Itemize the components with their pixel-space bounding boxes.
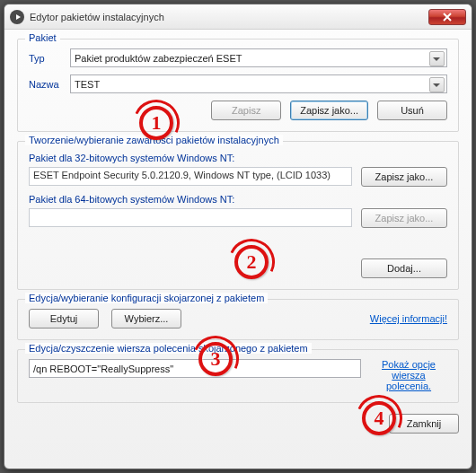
pkg32-saveas-button[interactable]: Zapisz jako... [361,167,447,187]
show-options-link[interactable]: Pokaż opcje wiersza polecenia. [370,359,447,391]
config-group: Edycja/wybieranie konfiguracji skojarzon… [17,299,459,340]
close-button[interactable]: Zamknij [389,414,459,434]
name-select-wrap: TEST [70,74,447,93]
pkg32-row: ESET Endpoint Security 5.0.2120.9, Windo… [29,167,447,187]
delete-button[interactable]: Usuń [377,101,447,120]
type-select[interactable]: Pakiet produktów zabezpieczeń ESET [70,48,447,67]
type-label: Typ [29,53,70,64]
pkg64-label: Pakiet dla 64-bitowych systemów Windows … [29,194,447,205]
dialog-body: Pakiet Typ Pakiet produktów zabezpieczeń… [4,30,472,469]
window-title: Edytor pakietów instalacyjnych [30,12,428,22]
title-bar: Edytor pakietów instalacyjnych [4,4,472,30]
type-select-wrap: Pakiet produktów zabezpieczeń ESET [70,48,447,67]
name-row: Nazwa TEST [29,74,447,93]
cmdline-group-title: Edycja/czyszczenie wiersza polecenia sko… [25,343,312,354]
add-button[interactable]: Dodaj... [361,258,447,278]
pkg32-field[interactable]: ESET Endpoint Security 5.0.2120.9, Windo… [29,167,352,186]
pkg64-row: Zapisz jako... [29,208,447,228]
edit-button[interactable]: Edytuj [29,309,99,328]
package-buttons: Zapisz Zapisz jako... Usuń [29,101,447,120]
config-group-title: Edycja/wybieranie konfiguracji skojarzon… [25,293,268,303]
save-as-button[interactable]: Zapisz jako... [290,101,368,120]
pkg64-field[interactable] [29,208,352,227]
more-info-link[interactable]: Więcej informacji! [370,313,447,324]
package-group: Pakiet Typ Pakiet produktów zabezpieczeń… [17,39,459,132]
type-row: Typ Pakiet produktów zabezpieczeń ESET [29,48,447,67]
cmdline-input[interactable] [29,359,361,378]
config-row: Edytuj Wybierz... Więcej informacji! [29,309,447,328]
name-label: Nazwa [29,79,70,90]
cmdline-row: Pokaż opcje wiersza polecenia. [29,359,447,391]
choose-button[interactable]: Wybierz... [111,309,181,328]
name-select[interactable]: TEST [70,74,447,93]
footer: Zamknij [17,408,459,434]
close-icon[interactable] [428,9,466,25]
dialog-window: Edytor pakietów instalacyjnych Pakiet Ty… [4,4,472,469]
package-group-title: Pakiet [25,32,60,43]
pkg64-saveas-button[interactable]: Zapisz jako... [361,208,447,228]
app-icon [10,10,24,24]
content-group-title: Tworzenie/wybieranie zawartości pakietów… [25,135,283,145]
cmdline-group: Edycja/czyszczenie wiersza polecenia sko… [17,349,459,403]
save-button[interactable]: Zapisz [211,101,281,120]
content-add-row: Dodaj... [29,258,447,278]
pkg32-label: Pakiet dla 32-bitowych systemów Windows … [29,153,447,163]
content-group: Tworzenie/wybieranie zawartości pakietów… [17,141,459,290]
